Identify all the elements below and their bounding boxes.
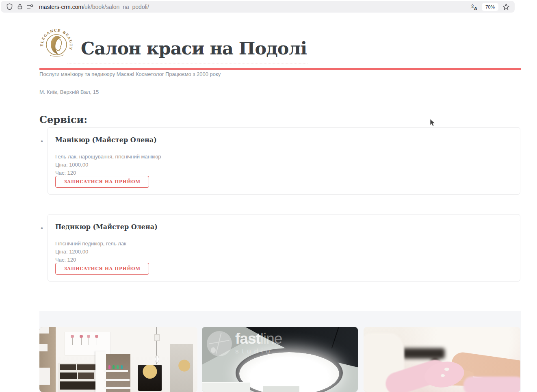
book-appointment-button[interactable]: ЗАПИСАТИСЯ НА ПРИЙОМ — [55, 176, 149, 188]
gallery-section: fastline studio — [39, 311, 521, 392]
service-description: Гель лак, нарощування, гігієнічний манік… — [55, 154, 161, 160]
title-dotted-divider — [67, 63, 308, 63]
url-path: /uk/book/salon_na_podoli/ — [83, 4, 149, 10]
lock-icon[interactable] — [15, 2, 25, 12]
service-title: Манікюр (Майстер Олена) — [55, 136, 157, 144]
salon-address: М. Київ, Верхній Вал, 15 — [39, 89, 99, 95]
svg-text:A: A — [474, 6, 477, 11]
salon-logo: ELEGANCE BEAUTY — [39, 27, 74, 61]
url-text[interactable]: masters-crm.com/uk/book/salon_na_podoli/ — [39, 4, 469, 10]
shield-icon[interactable] — [4, 2, 15, 12]
service-duration: Час: 120 — [55, 257, 76, 263]
gallery-photo-salon-interior[interactable] — [39, 327, 197, 392]
list-bullet: • — [41, 137, 43, 145]
page-content: ELEGANCE BEAUTY Салон краси на Подолі По… — [0, 14, 537, 392]
white-nail — [444, 368, 449, 371]
watermark-line: line — [260, 330, 282, 347]
brown-wall-panel — [106, 354, 130, 392]
service-price: Ціна: 1000,00 — [55, 162, 88, 168]
book-appointment-button[interactable]: ЗАПИСАТИСЯ НА ПРИЙОМ — [55, 263, 149, 275]
browser-window: masters-crm.com/uk/book/salon_na_podoli/… — [0, 0, 537, 392]
gallery-photo-manicure[interactable] — [364, 327, 520, 392]
browser-toolbar: masters-crm.com/uk/book/salon_na_podoli/… — [0, 0, 537, 14]
bookmark-star-icon[interactable] — [501, 2, 511, 12]
services-heading: Сервіси: — [39, 114, 87, 126]
blonde-model-poster — [138, 365, 162, 391]
permissions-icon[interactable] — [25, 2, 36, 12]
url-domain: masters-crm.com — [39, 4, 83, 10]
mouse-cursor — [430, 119, 436, 129]
watermark-fast: fast — [235, 330, 260, 347]
storage-shelves — [58, 363, 100, 392]
wall-mirror — [170, 344, 193, 392]
page-title: Салон краси на Подолі — [81, 38, 446, 58]
fastline-logo-icon — [207, 331, 232, 356]
logo-face-shape — [56, 39, 62, 51]
gallery-photo-ceiling-light[interactable]: fastline studio — [202, 327, 358, 392]
accent-divider — [39, 68, 521, 70]
fastline-watermark: fastline studio — [207, 331, 282, 356]
zoom-level-badge[interactable]: 70% — [482, 3, 498, 11]
salon-subtitle: Послуги манікюру та педикюру Масажі Косм… — [39, 71, 221, 77]
service-card-manicure: Манікюр (Майстер Олена) Гель лак, нарощу… — [48, 127, 520, 195]
translate-icon[interactable]: 文A — [469, 2, 479, 12]
service-price: Ціна: 1200,00 — [55, 249, 88, 255]
service-description: Гігієнічний педикюр, гель лак — [55, 240, 126, 247]
url-bar[interactable]: masters-crm.com/uk/book/salon_na_podoli/… — [1, 1, 515, 13]
list-bullet: • — [41, 224, 43, 232]
service-card-pedicure: Педикюр (Майстер Олена) Гігієнічний педи… — [48, 214, 520, 282]
service-duration: Час: 120 — [55, 170, 76, 176]
watermark-studio: studio — [235, 348, 282, 355]
service-title: Педикюр (Майстер Олена) — [55, 223, 158, 231]
